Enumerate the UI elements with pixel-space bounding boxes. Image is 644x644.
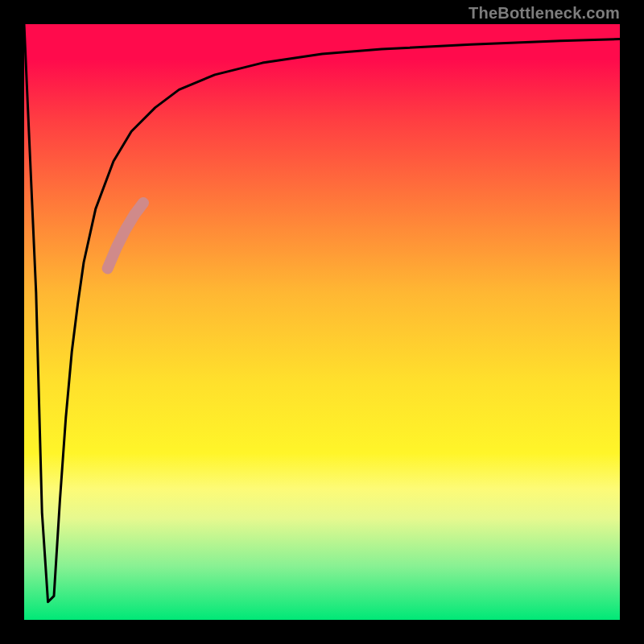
plot-area bbox=[24, 24, 620, 620]
main-curve bbox=[24, 24, 620, 602]
curve-svg bbox=[24, 24, 620, 620]
attribution-text: TheBottleneck.com bbox=[469, 4, 620, 23]
chart-container: TheBottleneck.com bbox=[0, 0, 644, 644]
highlight-segment bbox=[108, 203, 143, 268]
